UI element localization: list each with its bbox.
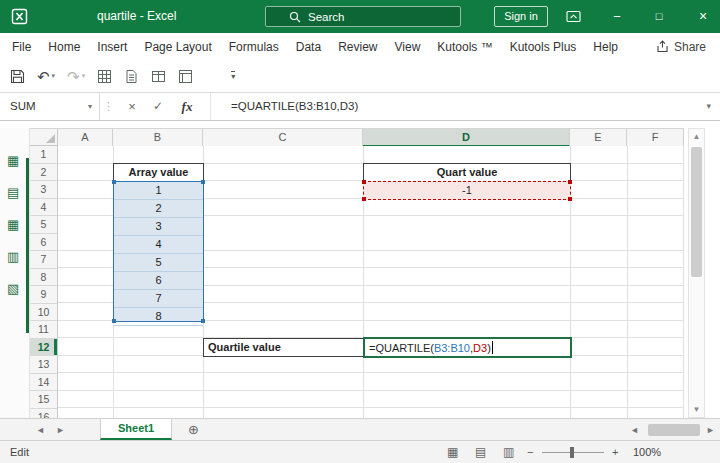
- scroll-down-icon[interactable]: ▼: [689, 405, 704, 414]
- row-header-11[interactable]: 11: [30, 321, 57, 339]
- cell-d2-quart-header[interactable]: Quart value: [363, 163, 571, 182]
- vertical-scrollbar[interactable]: ▲ ▼: [688, 128, 705, 418]
- kutools-pane-accent-bar[interactable]: [26, 158, 29, 333]
- kutools-pane-icon-4[interactable]: ▥: [7, 250, 19, 263]
- row-header-12[interactable]: 12: [30, 339, 57, 357]
- column-header-d[interactable]: D: [363, 129, 570, 147]
- sign-in-button[interactable]: Sign in: [494, 6, 548, 27]
- zoom-in-button[interactable]: +: [612, 441, 618, 463]
- cell-b6[interactable]: 4: [114, 236, 203, 254]
- normal-view-button[interactable]: ▦: [447, 441, 458, 463]
- horizontal-scrollbar-thumb[interactable]: [648, 424, 700, 436]
- kutools-pane-icon-2[interactable]: ▤: [7, 186, 19, 199]
- tab-kutools-plus[interactable]: Kutools Plus: [510, 40, 577, 54]
- qat-document-tool-button[interactable]: [124, 69, 139, 84]
- undo-dropdown-icon[interactable]: ▾: [52, 72, 56, 80]
- range-handle[interactable]: [112, 319, 116, 323]
- column-header-b[interactable]: B: [113, 129, 203, 147]
- range-handle[interactable]: [362, 197, 366, 201]
- qat-table-tool-button[interactable]: [151, 69, 166, 84]
- tab-insert[interactable]: Insert: [97, 40, 127, 54]
- kutools-pane-icon-3[interactable]: ▦: [7, 218, 19, 231]
- search-box[interactable]: Search: [265, 6, 461, 27]
- row-header-13[interactable]: 13: [30, 356, 57, 374]
- row-header-3[interactable]: 3: [30, 181, 57, 199]
- previous-sheet-icon[interactable]: ◄: [36, 419, 45, 441]
- formula-bar-expand-icon[interactable]: ▾: [706, 93, 711, 120]
- qat-sheet-tool-button[interactable]: [178, 69, 193, 84]
- share-button[interactable]: Share: [656, 33, 706, 60]
- tab-page-layout[interactable]: Page Layout: [144, 40, 211, 54]
- range-handle[interactable]: [568, 180, 572, 184]
- page-layout-view-button[interactable]: ▤: [475, 441, 486, 463]
- ribbon-display-options-button[interactable]: [556, 0, 590, 33]
- enter-button[interactable]: ✓: [146, 93, 170, 120]
- formula-input[interactable]: =QUARTILE(B3:B10,D3): [210, 93, 692, 120]
- add-sheet-button[interactable]: ⊕: [188, 419, 199, 441]
- tab-review[interactable]: Review: [338, 40, 377, 54]
- cell-b5[interactable]: 3: [114, 218, 203, 236]
- vertical-scrollbar-thumb[interactable]: [691, 147, 702, 277]
- cell-b7[interactable]: 5: [114, 254, 203, 272]
- range-handle[interactable]: [362, 180, 366, 184]
- row-header-2[interactable]: 2: [30, 164, 57, 182]
- tab-view[interactable]: View: [395, 40, 421, 54]
- row-header-10[interactable]: 10: [30, 304, 57, 322]
- page-break-view-button[interactable]: ▥: [503, 441, 514, 463]
- scroll-right-icon[interactable]: ►: [706, 419, 715, 441]
- column-header-a[interactable]: A: [58, 129, 113, 147]
- tab-data[interactable]: Data: [296, 40, 321, 54]
- save-button[interactable]: [10, 69, 25, 84]
- zoom-level[interactable]: 100%: [633, 441, 661, 463]
- row-header-7[interactable]: 7: [30, 251, 57, 269]
- row-header-1[interactable]: 1: [30, 146, 57, 164]
- cancel-button[interactable]: ×: [120, 93, 144, 120]
- scroll-left-icon[interactable]: ◄: [630, 419, 639, 441]
- row-header-6[interactable]: 6: [30, 234, 57, 252]
- cell-c12-result-label[interactable]: Quartile value: [203, 338, 364, 357]
- column-header-c[interactable]: C: [203, 129, 363, 147]
- cell-b9[interactable]: 7: [114, 290, 203, 308]
- sheet-tab-sheet1[interactable]: Sheet1: [100, 419, 172, 440]
- column-header-f[interactable]: F: [627, 129, 684, 147]
- range-handle[interactable]: [201, 319, 205, 323]
- insert-function-button[interactable]: fx: [173, 93, 201, 120]
- row-header-15[interactable]: 15: [30, 391, 57, 409]
- cell-b3[interactable]: 1: [114, 182, 203, 200]
- row-header-8[interactable]: 8: [30, 269, 57, 287]
- name-box-dropdown-icon[interactable]: ▾: [88, 93, 92, 120]
- row-header-9[interactable]: 9: [30, 286, 57, 304]
- select-all-corner[interactable]: [30, 128, 58, 146]
- zoom-slider-thumb[interactable]: [570, 447, 574, 458]
- row-header-16[interactable]: 16: [30, 409, 57, 419]
- range-handle[interactable]: [568, 197, 572, 201]
- cell-b10[interactable]: 8: [114, 308, 203, 326]
- qat-grid-tool-button[interactable]: [97, 69, 112, 84]
- row-header-5[interactable]: 5: [30, 216, 57, 234]
- cell-b2-array-header[interactable]: Array value: [113, 163, 204, 182]
- redo-dropdown-icon[interactable]: ▾: [82, 72, 86, 80]
- maximize-button[interactable]: □: [642, 0, 676, 33]
- customize-qat-button[interactable]: ▾: [231, 71, 235, 81]
- cell-b4[interactable]: 2: [114, 200, 203, 218]
- tab-home[interactable]: Home: [48, 40, 80, 54]
- tab-file[interactable]: File: [12, 40, 31, 54]
- zoom-out-button[interactable]: −: [527, 441, 533, 463]
- close-button[interactable]: ×: [686, 0, 720, 33]
- tab-help[interactable]: Help: [593, 40, 618, 54]
- cell-b8[interactable]: 6: [114, 272, 203, 290]
- name-box[interactable]: SUM ▾: [0, 93, 100, 120]
- tab-formulas[interactable]: Formulas: [229, 40, 279, 54]
- row-header-4[interactable]: 4: [30, 199, 57, 217]
- tab-kutools[interactable]: Kutools ™: [437, 40, 492, 54]
- cell-d12-formula-editor[interactable]: =QUARTILE( B3:B10 , D3 ): [363, 337, 572, 358]
- scroll-up-icon[interactable]: ▲: [689, 132, 704, 141]
- referenced-cell-d3[interactable]: -1: [363, 181, 571, 200]
- range-handle[interactable]: [112, 180, 116, 184]
- next-sheet-icon[interactable]: ►: [56, 419, 65, 441]
- kutools-pane-icon-5[interactable]: ▧: [7, 282, 19, 295]
- row-header-14[interactable]: 14: [30, 374, 57, 392]
- referenced-range-b3-b10[interactable]: 1 2 3 4 5 6 7 8: [113, 181, 204, 322]
- minimize-button[interactable]: −: [600, 0, 634, 33]
- redo-button[interactable]: ↷ ▾: [67, 69, 85, 84]
